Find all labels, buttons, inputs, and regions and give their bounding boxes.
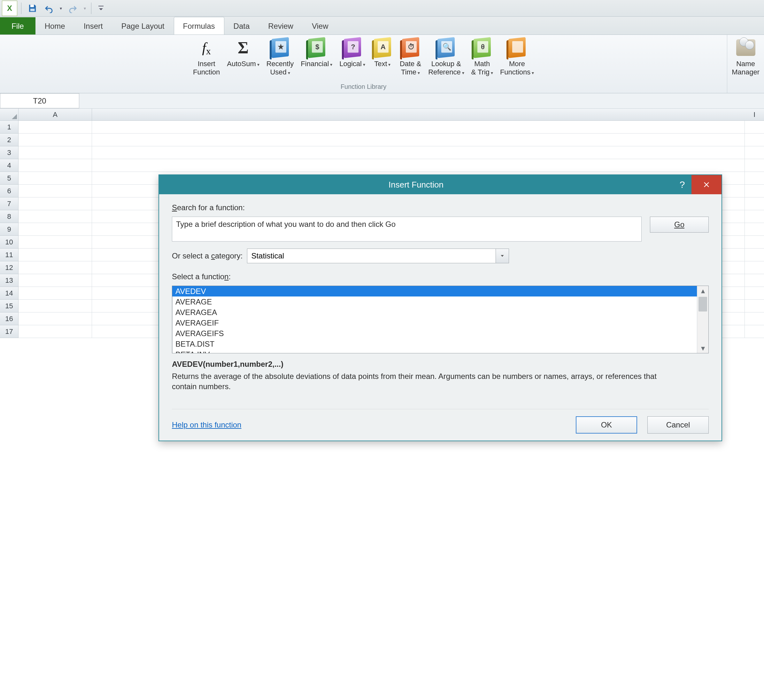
cell[interactable]: [745, 159, 764, 172]
cell[interactable]: [745, 146, 764, 159]
cell[interactable]: [19, 133, 92, 146]
cell[interactable]: [745, 262, 764, 274]
cell[interactable]: [19, 197, 92, 210]
row-header[interactable]: 13: [0, 274, 19, 287]
tab-review[interactable]: Review: [259, 17, 302, 34]
dialog-help-button[interactable]: ?: [673, 175, 692, 194]
cell[interactable]: [92, 133, 745, 146]
qat-customize-button[interactable]: [97, 4, 105, 13]
scroll-thumb[interactable]: [698, 297, 707, 312]
column-header-area[interactable]: [92, 109, 745, 121]
help-on-function-link[interactable]: Help on this function: [172, 420, 241, 429]
category-select[interactable]: [247, 249, 496, 263]
cell[interactable]: [19, 210, 92, 223]
function-list-item[interactable]: AVERAGEIF: [172, 318, 697, 328]
row-header[interactable]: 2: [0, 133, 19, 146]
qat-undo-dropdown[interactable]: ▾: [58, 6, 63, 11]
cell[interactable]: [745, 249, 764, 262]
row-header[interactable]: 7: [0, 197, 19, 210]
cell[interactable]: [745, 325, 764, 338]
name-box[interactable]: T20: [0, 93, 79, 108]
cell[interactable]: [745, 172, 764, 185]
tab-home[interactable]: Home: [36, 17, 74, 34]
cell[interactable]: [19, 159, 92, 172]
cell[interactable]: [92, 159, 745, 172]
tab-formulas[interactable]: Formulas: [174, 17, 224, 34]
cell[interactable]: [19, 249, 92, 262]
ribbon-financial-button[interactable]: $ Financial: [299, 36, 333, 69]
cell[interactable]: [19, 312, 92, 325]
function-list[interactable]: AVEDEVAVERAGEAVERAGEAAVERAGEIFAVERAGEIFS…: [172, 286, 697, 353]
ribbon-date-time-button[interactable]: ⏱ Date & Time: [398, 36, 423, 78]
ribbon-more-functions-button[interactable]: More Functions: [499, 36, 535, 78]
function-list-item[interactable]: AVERAGEA: [172, 307, 697, 318]
cell[interactable]: [19, 146, 92, 159]
search-function-input[interactable]: Type a brief description of what you wan…: [172, 217, 642, 241]
ribbon-math-trig-button[interactable]: θ Math & Trig: [470, 36, 494, 78]
cell[interactable]: [92, 146, 745, 159]
row-header[interactable]: 11: [0, 249, 19, 262]
cell[interactable]: [19, 287, 92, 300]
formula-bar[interactable]: [79, 93, 764, 108]
function-list-scrollbar[interactable]: ▴ ▾: [697, 286, 708, 353]
row-header[interactable]: 3: [0, 146, 19, 159]
function-list-item[interactable]: BETA.INV: [172, 349, 697, 353]
ok-button[interactable]: OK: [576, 416, 637, 434]
qat-undo-button[interactable]: [42, 1, 56, 15]
cell[interactable]: [92, 121, 745, 133]
function-list-item[interactable]: AVEDEV: [172, 286, 697, 296]
cell[interactable]: [19, 325, 92, 338]
row-header[interactable]: 14: [0, 287, 19, 300]
category-dropdown-button[interactable]: [496, 249, 509, 263]
cell[interactable]: [745, 197, 764, 210]
ribbon-name-manager-button[interactable]: Name Manager: [730, 36, 761, 77]
qat-redo-button[interactable]: [66, 1, 80, 15]
tab-data[interactable]: Data: [224, 17, 259, 34]
cell[interactable]: [745, 274, 764, 287]
row-header[interactable]: 10: [0, 236, 19, 249]
function-list-item[interactable]: BETA.DIST: [172, 339, 697, 349]
row-header[interactable]: 5: [0, 172, 19, 185]
row-header[interactable]: 1: [0, 121, 19, 133]
scroll-up-button[interactable]: ▴: [697, 286, 708, 296]
dialog-close-button[interactable]: [692, 175, 722, 194]
cell[interactable]: [19, 236, 92, 249]
row-header[interactable]: 9: [0, 223, 19, 236]
cell[interactable]: [19, 262, 92, 274]
cell[interactable]: [745, 236, 764, 249]
cell[interactable]: [745, 300, 764, 312]
dialog-titlebar[interactable]: Insert Function ?: [159, 175, 722, 194]
cell[interactable]: [19, 121, 92, 133]
ribbon-logical-button[interactable]: ? Logical: [338, 36, 366, 69]
tab-insert[interactable]: Insert: [74, 17, 112, 34]
qat-save-button[interactable]: [25, 1, 39, 15]
row-header[interactable]: 6: [0, 185, 19, 197]
cell[interactable]: [19, 223, 92, 236]
cell[interactable]: [19, 300, 92, 312]
tab-view[interactable]: View: [302, 17, 338, 34]
row-header[interactable]: 15: [0, 300, 19, 312]
ribbon-autosum-button[interactable]: Σ AutoSum: [225, 36, 260, 69]
cell[interactable]: [745, 223, 764, 236]
column-header[interactable]: A: [19, 109, 92, 121]
row-header[interactable]: 17: [0, 325, 19, 338]
cell[interactable]: [745, 210, 764, 223]
ribbon-lookup-reference-button[interactable]: 🔍 Lookup & Reference: [427, 36, 465, 78]
tab-page-layout[interactable]: Page Layout: [112, 17, 174, 34]
cell[interactable]: [745, 312, 764, 325]
ribbon-insert-function-button[interactable]: fx Insert Function: [192, 36, 221, 77]
ribbon-recently-used-button[interactable]: ★ Recently Used: [265, 36, 295, 78]
cell[interactable]: [19, 172, 92, 185]
row-header[interactable]: 8: [0, 210, 19, 223]
row-header[interactable]: 16: [0, 312, 19, 325]
app-icon[interactable]: X: [2, 1, 17, 16]
cell[interactable]: [745, 287, 764, 300]
cell[interactable]: [745, 133, 764, 146]
tab-file[interactable]: File: [0, 17, 36, 34]
cancel-button[interactable]: Cancel: [647, 416, 709, 434]
cell[interactable]: [745, 185, 764, 197]
function-list-item[interactable]: AVERAGEIFS: [172, 328, 697, 339]
select-all-corner[interactable]: [0, 109, 19, 121]
cell[interactable]: [745, 121, 764, 133]
function-list-item[interactable]: AVERAGE: [172, 296, 697, 307]
